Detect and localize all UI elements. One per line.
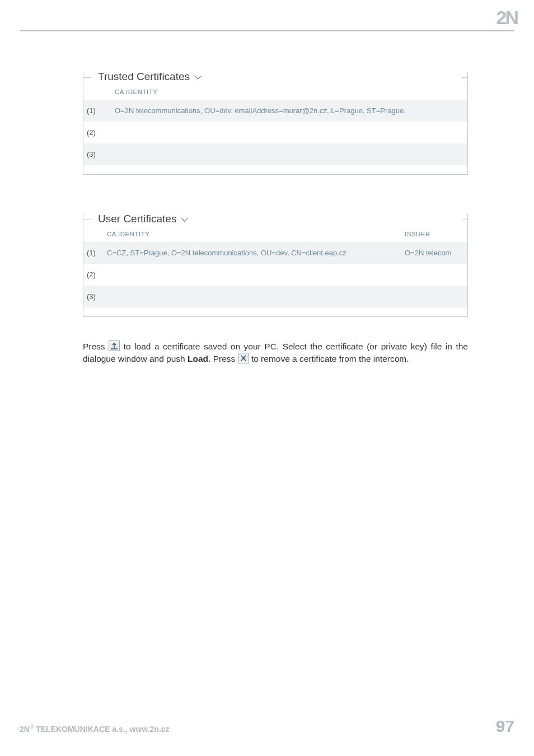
- table-header-issuer: ISSUER: [400, 214, 467, 242]
- trusted-certificates-title[interactable]: Trusted Certificates: [96, 71, 203, 83]
- row-identity: C=CZ, ST=Prague, O=2N telecommunications…: [102, 242, 400, 264]
- page-footer: 2N® TELEKOMUNIKACE a.s., www.2n.cz 97: [20, 717, 514, 736]
- upload-icon: [109, 340, 120, 351]
- row-identity: [102, 264, 400, 286]
- desc-text-1: Press: [83, 342, 109, 351]
- footer-company: 2N® TELEKOMUNIKACE a.s., www.2n.cz: [20, 724, 169, 734]
- close-icon: [238, 353, 249, 363]
- row-identity: [110, 143, 467, 165]
- row-identity: [102, 286, 400, 307]
- footer-brand: 2N: [20, 725, 30, 734]
- user-certificates-table: CA IDENTITY ISSUER (1) C=CZ, ST=Prague, …: [83, 214, 467, 307]
- trusted-title-label: Trusted Certificates: [98, 71, 190, 83]
- table-row[interactable]: (2): [83, 122, 467, 143]
- user-title-label: User Certificates: [98, 213, 176, 225]
- instruction-paragraph: Press to load a certificate saved on you…: [83, 340, 468, 366]
- row-issuer: [400, 264, 467, 286]
- row-identity: [110, 122, 467, 143]
- table-row[interactable]: (1) C=CZ, ST=Prague, O=2N telecommunicat…: [83, 242, 467, 264]
- trusted-certificates-table: CA IDENTITY (1) O=2N telecommunications,…: [83, 72, 467, 165]
- table-row[interactable]: (2): [83, 264, 467, 286]
- user-certificates-title[interactable]: User Certificates: [96, 213, 189, 225]
- row-index: (2): [83, 264, 102, 286]
- header-rule: [20, 30, 514, 31]
- desc-text-4: to remove a certificate from the interco…: [251, 354, 409, 363]
- row-index: (1): [83, 100, 110, 122]
- row-index: (1): [83, 242, 102, 264]
- chevron-down-icon: [194, 72, 202, 80]
- table-row[interactable]: (3): [83, 286, 467, 307]
- footer-rest: TELEKOMUNIKACE a.s., www.2n.cz: [34, 725, 169, 734]
- user-certificates-card: User Certificates CA IDENTITY ISSUER (1)…: [83, 214, 468, 311]
- desc-load-label: Load: [188, 354, 208, 363]
- chevron-down-icon: [181, 214, 189, 222]
- row-index: (3): [83, 143, 110, 165]
- row-index: (3): [83, 286, 102, 307]
- desc-text-3: . Press: [208, 354, 238, 363]
- row-index: (2): [83, 122, 110, 143]
- brand-logo: 2N: [496, 7, 517, 29]
- row-issuer: [400, 286, 467, 307]
- trusted-certificates-card: Trusted Certificates CA IDENTITY (1) O=2…: [83, 72, 468, 169]
- table-row[interactable]: (3): [83, 143, 467, 165]
- table-row[interactable]: (1) O=2N telecommunications, OU=dev, ema…: [83, 100, 467, 122]
- row-identity: O=2N telecommunications, OU=dev, emailAd…: [110, 100, 467, 122]
- row-issuer: O=2N telecom: [400, 242, 467, 264]
- page-number: 97: [496, 717, 514, 736]
